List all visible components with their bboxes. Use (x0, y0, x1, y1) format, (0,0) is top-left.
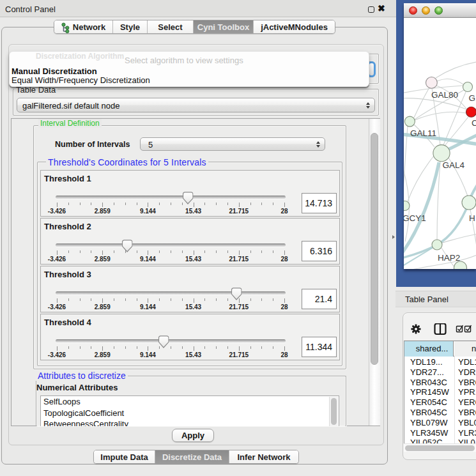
svg-text:GAL80: GAL80 (431, 90, 458, 100)
svg-text:G.: G. (469, 93, 476, 103)
svg-text:C: C (472, 118, 476, 128)
svg-text:H: H (469, 213, 475, 223)
svg-text:HAP2: HAP2 (438, 253, 460, 263)
svg-text:GAL4: GAL4 (443, 160, 465, 170)
svg-text:GAL11: GAL11 (410, 128, 436, 138)
svg-text:GCY1: GCY1 (404, 213, 426, 223)
